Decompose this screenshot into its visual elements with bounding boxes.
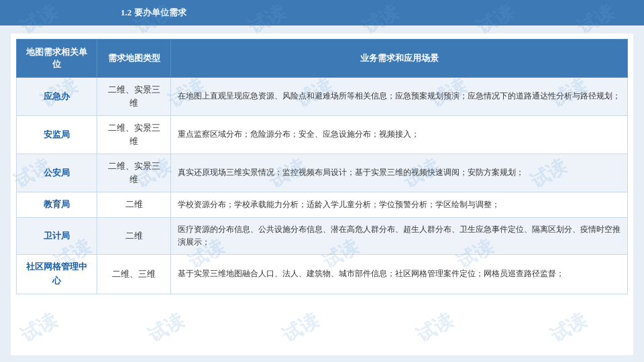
cell-unit: 公安局 [17,154,97,192]
cell-description: 真实还原现场三维实景情况；监控视频布局设计；基于实景三维的视频快速调阅；安防方案… [171,154,628,192]
table-row: 社区网格管理中心二维、三维基于实景三维地图融合人口、法人、建筑物、城市部件信息；… [17,255,628,294]
cell-maptype: 二维 [97,192,171,218]
cell-description: 在地图上直观呈现应急资源、风险点和避难场所等相关信息；应急预案规划预演；应急情况… [171,78,628,116]
cell-maptype: 二维、三维 [97,255,171,294]
table-row: 公安局二维、实景三维真实还原现场三维实景情况；监控视频布局设计；基于实景三维的视… [17,154,628,192]
cell-unit: 社区网格管理中心 [17,255,97,294]
table-row: 教育局二维学校资源分布；学校承载能力分析；适龄入学儿童分析；学位预警分析；学区绘… [17,192,628,218]
page-wrapper: 试读 试读 试读 试读 试读 试读 试读 试读 试读 试读 试读 试读 试读 试… [0,0,644,362]
cell-unit: 应急办 [17,78,97,116]
col-header-description: 业务需求和应用场景 [171,40,628,78]
cell-maptype: 二维、实景三维 [97,154,171,192]
cell-description: 基于实景三维地图融合人口、法人、建筑物、城市部件信息；社区网格管理案件定位；网格… [171,255,628,294]
header-bar: 1.2 要办单位需求 [0,0,644,25]
col-header-unit: 地图需求相关单位 [17,40,97,78]
cell-unit: 教育局 [17,192,97,218]
cell-maptype: 二维、实景三维 [97,116,171,154]
content-area: 地图需求相关单位 需求地图类型 业务需求和应用场景 应急办二维、实景三维在地图上… [11,34,633,355]
table-row: 卫计局二维医疗资源的分布信息、公共设施分布信息、潜在高危人群分布、超生人群分布、… [17,217,628,254]
cell-maptype: 二维、实景三维 [97,78,171,116]
cell-maptype: 二维 [97,217,171,254]
cell-description: 医疗资源的分布信息、公共设施分布信息、潜在高危人群分布、超生人群分布、卫生应急事… [171,217,628,254]
table-row: 安监局二维、实景三维重点监察区域分布；危险源分布；安全、应急设施分布；视频接入； [17,116,628,154]
table-row: 应急办二维、实景三维在地图上直观呈现应急资源、风险点和避难场所等相关信息；应急预… [17,78,628,116]
cell-description: 重点监察区域分布；危险源分布；安全、应急设施分布；视频接入； [171,116,628,154]
cell-unit: 卫计局 [17,217,97,254]
table-header-row: 地图需求相关单位 需求地图类型 业务需求和应用场景 [17,40,628,78]
header-title: 1.2 要办单位需求 [121,7,186,19]
cell-unit: 安监局 [17,116,97,154]
cell-description: 学校资源分布；学校承载能力分析；适龄入学儿童分析；学位预警分析；学区绘制与调整； [171,192,628,218]
col-header-maptype: 需求地图类型 [97,40,171,78]
requirements-table: 地图需求相关单位 需求地图类型 业务需求和应用场景 应急办二维、实景三维在地图上… [16,39,628,294]
